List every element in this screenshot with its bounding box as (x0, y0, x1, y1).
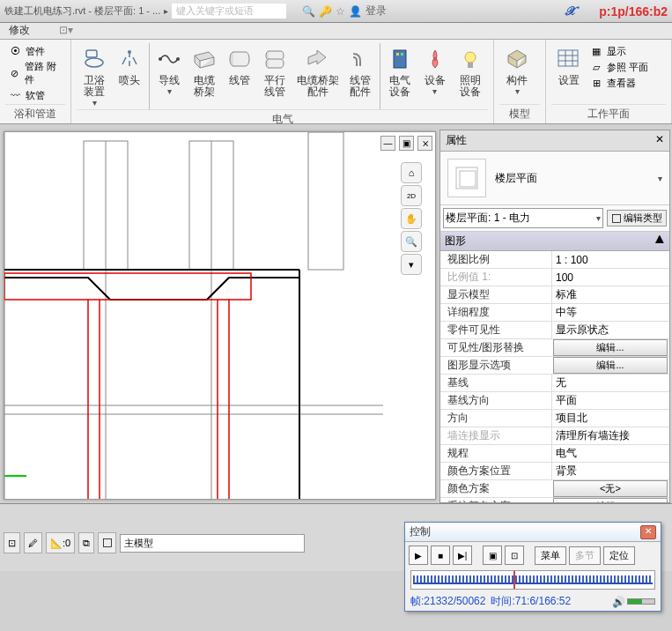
prop-row[interactable]: 可见性/图形替换编辑... (440, 339, 669, 357)
prop-label: 零件可见性 (440, 323, 551, 338)
prop-row[interactable]: 基线无 (440, 375, 669, 392)
prop-value[interactable]: 电气 (551, 445, 669, 462)
login-text[interactable]: 登录 (366, 4, 387, 19)
ribbon-component[interactable]: 构件▾ (499, 43, 535, 104)
prop-value[interactable]: 清理所有墙连接 (551, 427, 669, 444)
prop-value[interactable]: 中等 (551, 304, 669, 321)
status-icon1[interactable]: ⊡ (4, 532, 20, 553)
prop-edit-button[interactable]: <无> (553, 480, 668, 497)
prop-label: 墙连接显示 (440, 428, 551, 443)
ribbon-wire[interactable]: 导线▾ (151, 43, 187, 109)
x-logo-icon: 𝒳 (565, 4, 574, 19)
status-icon4[interactable]: 🞎 (98, 532, 116, 553)
type-selector[interactable]: 楼层平面 ▾ (440, 152, 669, 205)
prop-row[interactable]: 颜色方案<无> (440, 480, 669, 498)
prop-row[interactable]: 图形显示选项编辑... (440, 357, 669, 375)
locate-button[interactable]: 定位 (603, 546, 635, 565)
prop-row[interactable]: 详细程度中等 (440, 304, 669, 322)
prop-row[interactable]: 墙连接显示清理所有墙连接 (440, 427, 669, 445)
prop-edit-button[interactable]: 编辑... (553, 357, 668, 374)
step-button[interactable]: ▶| (453, 546, 472, 565)
svg-point-11 (465, 52, 476, 63)
ribbon-device[interactable]: 设备▾ (417, 43, 453, 109)
menu-button[interactable]: 菜单 (535, 546, 566, 565)
ribbon-sprinkler[interactable]: 喷头 (112, 43, 147, 109)
title-dropdown[interactable]: ▸ (164, 6, 168, 16)
prop-value[interactable]: 平面 (551, 392, 669, 409)
ribbon-lighting[interactable]: 照明设备 (453, 43, 488, 109)
ribbon-plumbing-fixture[interactable]: 卫浴装置▾ (77, 43, 112, 109)
key-icon[interactable]: 🔑 (319, 5, 332, 18)
star-icon[interactable]: ☆ (336, 5, 345, 18)
prop-label: 规程 (440, 446, 551, 461)
type-dropdown-icon[interactable]: ▾ (658, 174, 662, 183)
prop-edit-button[interactable]: 编辑... (553, 339, 668, 356)
prop-value[interactable]: 100 (551, 269, 669, 286)
svg-point-4 (176, 57, 180, 61)
multi-button: 多节 (569, 546, 601, 565)
prop-row[interactable]: 规程电气 (440, 445, 669, 463)
prop-row[interactable]: 显示模型标准 (440, 286, 669, 304)
wire-icon (155, 45, 183, 73)
prop-row[interactable]: 零件可见性显示原状态 (440, 322, 669, 339)
ribbon-elec-equip[interactable]: 电气设备 (382, 43, 417, 109)
prop-value[interactable]: 1 : 100 (551, 251, 669, 268)
prop-row[interactable]: 基线方向平面 (440, 392, 669, 410)
ribbon-parallel-conduit[interactable]: 平行线管 (257, 43, 292, 109)
prop-row[interactable]: 颜色方案位置背景 (440, 463, 669, 480)
prop-label: 基线 (440, 375, 551, 390)
speaker-icon: 🔊 (612, 596, 625, 608)
binoculars-icon[interactable]: 🔍 (302, 5, 315, 18)
svg-rect-8 (394, 50, 406, 68)
ribbon-pipe-fitting[interactable]: ⦿管件 (5, 43, 65, 59)
prop-row[interactable]: 视图比例1 : 100 (440, 251, 669, 269)
svg-rect-37 (460, 171, 476, 187)
prop-value[interactable]: 标准 (551, 286, 669, 303)
login-icon[interactable]: 👤 (349, 5, 362, 18)
properties-header[interactable]: 属性 ✕ (440, 130, 669, 152)
volume-control[interactable]: 🔊 (612, 596, 655, 608)
prop-value[interactable]: 显示原状态 (551, 322, 669, 338)
viewer-icon: ⊞ (589, 76, 603, 90)
bulb-icon (456, 45, 484, 73)
ribbon-flex-pipe[interactable]: 〰软管 (5, 87, 65, 103)
menu-modify[interactable]: 修改 (9, 24, 30, 36)
prop-edit-button[interactable]: 编辑... (553, 498, 668, 502)
status-icon2[interactable]: 🖉 (24, 532, 42, 553)
control-close-button[interactable]: ✕ (640, 525, 656, 539)
prop-value[interactable]: 无 (551, 375, 669, 391)
main-model-dropdown[interactable]: 主模型 (120, 534, 305, 553)
prop-row[interactable]: 比例值 1:100 (440, 269, 669, 286)
ribbon-settings[interactable]: 设置 (551, 43, 587, 104)
prop-group-graphics[interactable]: 图形⯅ (440, 232, 669, 251)
mode-b-button[interactable]: ⊡ (505, 546, 524, 565)
ribbon-tray-fitting[interactable]: 电缆桥架配件 (292, 43, 342, 109)
ribbon-ref-plane[interactable]: ▱参照 平面 (587, 59, 651, 75)
ribbon-conduit-fitting[interactable]: 线管配件 (343, 43, 378, 109)
drawing-canvas[interactable]: — ▣ ⨯ ⌂ 2D ✋ 🔍 ▾ (4, 131, 436, 500)
ribbon-cable-tray[interactable]: 电缆桥架 (187, 43, 222, 109)
stop-button[interactable]: ■ (431, 546, 450, 565)
status-icon3[interactable]: ⧉ (78, 532, 94, 553)
close-icon[interactable]: ✕ (655, 133, 664, 148)
play-button[interactable]: ▶ (409, 546, 428, 565)
status-zoom[interactable]: 📐:0 (46, 532, 75, 553)
svg-rect-12 (468, 63, 473, 68)
timeline-slider[interactable] (410, 570, 655, 590)
control-panel-title[interactable]: 控制 ✕ (405, 523, 661, 542)
prop-label: 系统颜色方案 (440, 499, 551, 502)
edit-type-button[interactable]: 🞎编辑类型 (607, 210, 667, 226)
search-input[interactable]: 键入关键字或短语 (172, 4, 286, 19)
prop-row[interactable]: 系统颜色方案编辑... (440, 498, 669, 502)
ribbon-pipe-accessory[interactable]: ⊘管路 附件 (5, 59, 65, 87)
prop-label: 显示模型 (440, 287, 551, 302)
ribbon-viewer[interactable]: ⊞查看器 (587, 75, 651, 91)
ribbon-show[interactable]: ▦显示 (587, 43, 651, 59)
prop-value[interactable]: 背景 (551, 463, 669, 479)
flame-icon (421, 45, 449, 73)
mode-a-button[interactable]: ▣ (483, 546, 502, 565)
prop-value[interactable]: 项目北 (551, 410, 669, 427)
ribbon-conduit[interactable]: 线管 (222, 43, 257, 109)
prop-row[interactable]: 方向项目北 (440, 410, 669, 427)
instance-dropdown[interactable]: 楼层平面: 1 - 电力▾ (443, 208, 603, 228)
